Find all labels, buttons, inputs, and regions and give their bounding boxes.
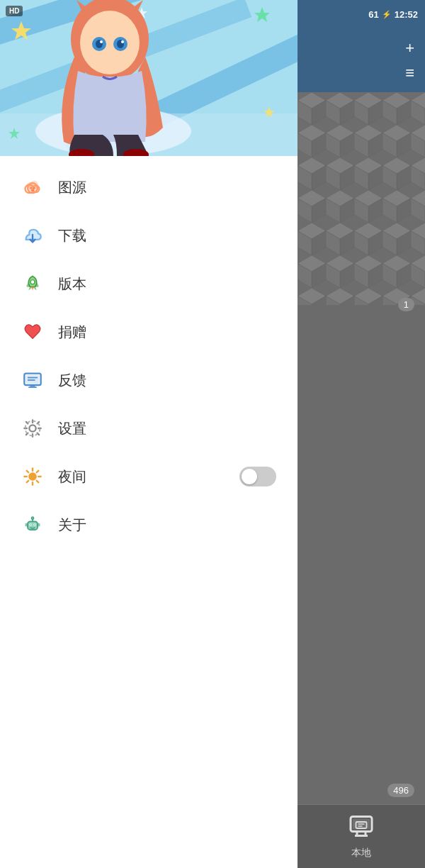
menu-item-about[interactable]: 关于 [0,501,298,549]
battery-level: 61 [368,9,378,20]
menu-list: 图源 下载 [0,163,298,549]
banner-image: HD [0,0,298,156]
menu-item-version[interactable]: 版本 [0,260,298,308]
settings-icon [21,417,44,440]
svg-point-53 [34,524,35,525]
badge-count-496: 496 [387,784,414,797]
clock: 12:52 [395,9,418,20]
download-icon [21,224,44,247]
menu-item-night[interactable]: 夜间 [0,452,298,501]
svg-rect-35 [28,386,37,388]
about-icon [21,513,44,536]
right-toolbar: + ≡ [298,28,425,92]
download-label: 下载 [58,226,86,245]
svg-point-19 [100,40,103,43]
source-label: 图源 [58,178,86,197]
local-tab-icon [348,813,374,844]
add-button[interactable]: + [405,40,414,56]
feedback-label: 反馈 [58,371,86,390]
svg-point-31 [30,280,35,284]
menu-item-donate[interactable]: 捐赠 [0,308,298,356]
drawer-panel: HD 图源 [0,0,298,868]
night-label: 夜间 [58,467,86,486]
svg-rect-62 [298,92,425,305]
hd-badge: HD [6,6,23,16]
feedback-icon [21,369,44,391]
menu-button[interactable]: ≡ [405,65,414,81]
svg-point-30 [33,187,35,189]
svg-point-29 [30,187,32,189]
svg-point-52 [30,524,31,525]
svg-line-47 [27,481,29,483]
svg-rect-57 [38,523,40,527]
night-icon [21,465,44,488]
svg-point-20 [121,40,124,43]
donate-label: 捐赠 [58,323,86,342]
local-tab-label: 本地 [351,847,371,859]
version-label: 版本 [58,274,86,294]
svg-rect-56 [26,523,28,527]
svg-rect-34 [30,385,35,386]
menu-item-settings[interactable]: 设置 [0,404,298,452]
svg-line-44 [27,471,29,473]
wallpaper-preview [298,92,425,305]
battery-icon: ⚡ [382,10,392,19]
local-tab[interactable]: 本地 [298,804,425,868]
donate-icon [21,321,44,343]
about-label: 关于 [58,516,86,535]
night-toggle[interactable] [239,467,276,486]
svg-point-12 [80,11,140,74]
menu-item-feedback[interactable]: 反馈 [0,356,298,404]
menu-item-source[interactable]: 图源 [0,163,298,211]
version-icon [21,272,44,295]
source-icon [21,176,44,199]
status-bar: 61 ⚡ 12:52 [298,0,425,28]
svg-point-39 [28,472,37,481]
svg-line-45 [37,481,39,483]
settings-label: 设置 [58,419,86,438]
svg-rect-33 [26,375,40,384]
menu-item-download[interactable]: 下载 [0,211,298,260]
badge-count-1: 1 [398,298,414,311]
right-panel: 61 ⚡ 12:52 + ≡ 1 496 [298,0,425,868]
svg-line-46 [37,471,39,473]
svg-point-55 [31,517,34,520]
